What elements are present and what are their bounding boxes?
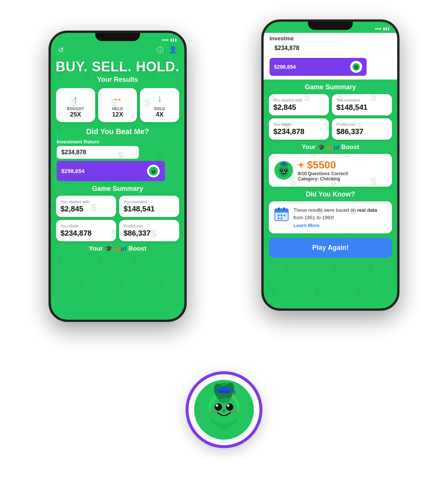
- boost-avatar: [274, 161, 293, 180]
- bought-count: 25X: [70, 111, 81, 118]
- svg-point-40: [212, 410, 218, 413]
- right-summary-card-0: You started with $2,845: [269, 94, 329, 115]
- bot-return-bar: $298,654: [57, 161, 165, 181]
- phone-right: ●●● ▮▮▮ Investme $234,878 $298,654: [261, 19, 399, 311]
- ngpf-cap-icon: 🎓: [105, 245, 112, 252]
- held-count: 12X: [112, 111, 123, 118]
- bought-label: BOUGHT: [67, 107, 84, 111]
- svg-point-11: [279, 165, 289, 177]
- svg-point-4: [152, 170, 153, 171]
- status-bar-left: ●●● ▮▮▮: [51, 33, 184, 44]
- svg-point-37: [217, 404, 218, 405]
- svg-point-5: [154, 170, 155, 171]
- svg-point-25: [278, 218, 280, 220]
- svg-rect-27: [278, 207, 280, 210]
- right-summary-card-3: Profit/Loss $86,337: [332, 118, 392, 140]
- calendar-icon: [274, 207, 289, 225]
- svg-point-26: [281, 218, 283, 220]
- boost-section-title-right: Your 🎓 ngpf Boost: [264, 143, 397, 151]
- status-bar-right: ●●● ▮▮▮: [264, 22, 397, 33]
- mascot-svg: [195, 381, 253, 439]
- did-you-know-card: These results were based on real data fr…: [269, 201, 392, 233]
- left-screen-content: $$ $$ $$ $$ $$ $$ $$ $$ $$ $$ $$ $$ $$ $…: [51, 58, 184, 320]
- held-card: ↔ HELD 12X: [98, 88, 137, 122]
- svg-point-41: [230, 410, 236, 413]
- boost-amount: + $5500: [298, 159, 348, 171]
- svg-point-1: [151, 168, 156, 174]
- right-summary-card-1: You invested $148,541: [332, 94, 392, 115]
- your-return-bar: $234,878: [57, 146, 139, 159]
- sold-icon: ↑: [157, 93, 162, 105]
- beat-me-title: Did You Beat Me?: [51, 127, 184, 136]
- subtitle: Your Results: [51, 76, 184, 84]
- boost-section-title-left: Your 🎓 ngpf Boost: [51, 245, 184, 252]
- mascot-outer-ring: [189, 374, 259, 445]
- investment-return-label: Investment Return: [51, 139, 184, 145]
- refresh-icon[interactable]: ↺: [58, 46, 64, 54]
- bought-icon: ↑: [73, 93, 78, 105]
- central-mascot: [189, 374, 259, 445]
- svg-point-38: [228, 404, 229, 405]
- boost-card: + $5500 8/10 Questions Correct! Category…: [269, 154, 392, 187]
- sold-label: SOLD: [154, 107, 165, 111]
- right-bot-avatar: [350, 61, 362, 73]
- summary-card-2: You Made $234,878: [56, 220, 116, 241]
- held-label: HELD: [112, 107, 123, 111]
- top-bar-left: ↺ ⓘ 👤: [51, 44, 184, 58]
- did-you-know-text: These results were based on real data fr…: [293, 207, 387, 221]
- svg-rect-21: [275, 211, 288, 213]
- action-cards: ↑ BOUGHT 25X ↔ HELD 12X ↑ SOLD 4X: [51, 88, 184, 122]
- mascot-face: [194, 380, 254, 440]
- bot-avatar: [146, 164, 161, 178]
- svg-point-33: [215, 403, 222, 411]
- user-icon[interactable]: 👤: [169, 46, 177, 55]
- phone-left: ●●● ▮▮▮ ↺ ⓘ 👤 $$ $$ $$ $$ $$: [49, 31, 187, 322]
- held-icon: ↔: [112, 93, 123, 105]
- main-title: BUY. SELL. HOLD.: [51, 58, 184, 74]
- svg-point-9: [357, 66, 358, 68]
- right-screen-content: $$ $$ $$ $$ $$ $$ $$ $$ $$ $$ $$ $$ $ Ga…: [264, 80, 397, 308]
- svg-point-24: [284, 215, 286, 217]
- did-you-know-title: Did You Know?: [264, 190, 397, 198]
- svg-point-14: [281, 170, 282, 171]
- svg-point-7: [354, 65, 358, 70]
- investment-bars: $234,878 $298,654: [51, 146, 184, 181]
- learn-more-link[interactable]: Learn More: [293, 223, 387, 228]
- svg-point-39: [223, 410, 225, 412]
- svg-point-15: [286, 170, 287, 171]
- bought-card: ↑ BOUGHT 25X: [56, 88, 95, 122]
- summary-grid-left: You started with $2,845 You invested $14…: [51, 196, 184, 241]
- play-again-button[interactable]: Play Again!: [269, 238, 392, 258]
- scene: ●●● ▮▮▮ ↺ ⓘ 👤 $$ $$ $$ $$ $$: [37, 19, 411, 468]
- svg-point-23: [281, 215, 283, 217]
- svg-rect-48: [233, 394, 236, 396]
- svg-point-8: [355, 66, 356, 68]
- game-summary-title-left: Game Summary: [51, 185, 184, 193]
- summary-card-1: You invested $148,541: [119, 196, 179, 217]
- boost-category: Category: Checking: [298, 176, 348, 182]
- summary-grid-right: You started with $2,845 You invested $14…: [264, 94, 397, 140]
- ngpf-cap-right-icon: 🎓: [318, 144, 325, 151]
- game-summary-title-right: Game Summary: [264, 83, 397, 91]
- summary-card-3: Profit/Loss $86,337: [119, 220, 179, 241]
- right-top-label: Investme: [270, 35, 391, 41]
- svg-rect-46: [219, 391, 229, 393]
- info-icon[interactable]: ⓘ: [157, 46, 164, 55]
- summary-card-0: You started with $2,845: [56, 196, 116, 217]
- right-bot-return: $298,654: [270, 58, 367, 76]
- svg-point-34: [226, 403, 233, 411]
- svg-point-22: [278, 215, 280, 217]
- boost-score: 8/10 Questions Correct!: [298, 171, 348, 176]
- sold-count: 4X: [156, 111, 164, 118]
- right-summary-card-2: You Made $234,878: [269, 118, 329, 140]
- sold-card: ↑ SOLD 4X: [140, 88, 179, 122]
- right-top-white: Investme $234,878 $298,654: [264, 33, 397, 80]
- right-your-return: $234,878: [270, 41, 344, 55]
- svg-rect-28: [283, 207, 285, 210]
